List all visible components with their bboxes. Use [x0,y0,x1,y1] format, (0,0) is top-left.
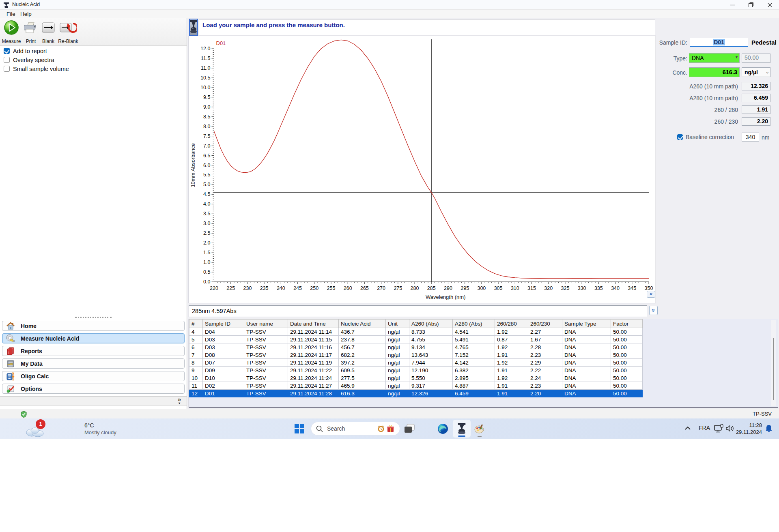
checkbox-icon[interactable] [4,57,10,63]
results-table[interactable]: #Sample IDUser nameDate and TimeNucleic … [189,319,643,397]
table-cell: D08 [203,351,244,359]
column-header[interactable]: 260/280 [495,320,528,328]
measure-button[interactable]: Measure [2,19,21,45]
table-cell: DNA [562,343,611,351]
cursor-readout: 285nm 4.597Abs [189,305,647,317]
baseline-unit-label: nm [762,134,774,141]
table-row[interactable]: 9D09TP-SSV29.11.2024 11:22609.5ng/µl12.1… [189,367,643,374]
toolbar: Measure Print Blank Re-Blank [0,18,187,46]
checkbox-add-to-report[interactable]: Add to report [4,47,47,54]
language-indicator[interactable]: FRA [699,425,710,431]
table-row[interactable]: 12D01TP-SSV29.11.2024 11:28616.3ng/µl12.… [189,390,643,397]
table-row[interactable]: 6D03TP-SSV29.11.2024 11:16456.7ng/µl9.13… [189,343,643,351]
sidebar-more-button[interactable]: »▾ [178,397,181,405]
restore-button[interactable] [742,0,760,10]
pane-splitter-handle[interactable] [75,317,112,318]
column-header[interactable]: Date and Time [288,320,339,328]
instruction-message: Load your sample and press the measure b… [199,19,655,35]
column-header[interactable]: A280 (Abs) [453,320,495,328]
table-row[interactable]: 8D07TP-SSV29.11.2024 11:19397.2ng/µl7.94… [189,359,643,367]
print-button[interactable]: Print [23,19,39,45]
checkbox-icon[interactable] [4,48,10,54]
table-cell: 436.7 [339,328,386,336]
svg-text:345: 345 [628,285,636,291]
scrollbar-thumb[interactable] [773,338,774,400]
column-header[interactable]: User name [244,320,288,328]
svg-text:265: 265 [360,285,369,291]
table-row[interactable]: 5D03TP-SSV29.11.2024 11:15237.8ng/µl4.75… [189,336,643,343]
sidebar-item-home[interactable]: Home [2,321,185,331]
table-cell: D07 [203,359,244,367]
column-header[interactable]: Factor [611,320,643,328]
nucleic-acid-app-taskbar-icon[interactable] [453,420,471,438]
sidebar-item-my-data[interactable]: My Data [2,358,185,369]
table-cell: DNA [562,374,611,382]
table-cell: 2.27 [528,328,562,336]
table-cell: 5 [189,336,203,343]
column-header[interactable]: Sample ID [203,320,244,328]
readout-expand-button[interactable]: » [649,306,658,315]
table-row[interactable]: 10D10TP-SSV29.11.2024 11:24277.5ng/µl5.5… [189,374,643,382]
weather-widget[interactable]: 1 6°C Mostly cloudy [23,418,120,439]
spectrum-chart[interactable]: 0.00.51.01.52.02.53.03.54.04.55.05.56.06… [189,36,656,305]
search-placeholder: Search [327,425,377,432]
checkbox-icon[interactable] [4,66,10,72]
sidebar-item-oligo-calc[interactable]: Oligo Calc [2,371,185,381]
table-cell: 1.91 [495,390,528,397]
table-cell: ng/µl [386,336,409,343]
paint-app-icon[interactable] [474,423,485,434]
network-icon[interactable] [714,424,724,433]
svg-text:295: 295 [461,285,469,291]
column-header[interactable]: Unit [386,320,409,328]
menu-file[interactable]: File [4,11,18,17]
column-header[interactable]: A260 (Abs) [409,320,453,328]
svg-text:230: 230 [243,285,252,291]
table-row[interactable]: 7D08TP-SSV29.11.2024 11:17682.2ng/µl13.6… [189,351,643,359]
baseline-wavelength-input[interactable]: 340 [742,133,759,142]
instrument-message-icon [189,19,198,36]
svg-text:5.0: 5.0 [203,182,210,187]
tray-chevron-up-icon[interactable] [685,426,691,430]
minimize-button[interactable] [723,0,742,10]
sidebar-item-measure-nucleic-acid[interactable]: Measure Nucleic Acid [2,333,185,343]
baseline-correction-checkbox[interactable]: Baseline correction [677,133,734,140]
notification-bell-icon[interactable] [765,425,773,433]
column-header[interactable]: Nucleic Acid [339,320,386,328]
table-cell: DNA [562,336,611,343]
reblank-button[interactable]: Re-Blank [58,19,79,45]
close-button[interactable] [760,0,779,10]
chevron-down-icon: ⌄ [766,69,769,75]
menu-help[interactable]: Help [18,11,34,17]
baseline-correction-label: Baseline correction [686,134,734,140]
column-header[interactable]: # [189,320,203,328]
table-cell: TP-SSV [244,343,288,351]
checkbox-small-sample-volume[interactable]: Small sample volume [4,65,69,72]
sidebar-item-options[interactable]: Options [2,384,185,394]
search-box[interactable]: Search [311,422,400,435]
sidebar-item-reports[interactable]: Reports [2,346,185,356]
table-row[interactable]: 11D02TP-SSV29.11.2024 11:27465.9ng/µl9.3… [189,382,643,390]
svg-text:9.0: 9.0 [203,104,210,110]
column-header[interactable]: 260/230 [528,320,562,328]
checkbox-icon[interactable] [677,134,683,140]
blank-button[interactable]: Blank [41,19,56,45]
table-cell: 29.11.2024 11:24 [288,374,339,382]
svg-text:320: 320 [544,285,553,291]
column-header[interactable]: Sample Type [562,320,611,328]
edge-browser-icon[interactable] [437,423,448,434]
conc-unit-dropdown[interactable]: ng/µl⌄ [742,67,770,77]
svg-text:315: 315 [527,285,536,291]
checkbox-overlay-spectra[interactable]: Overlay spectra [4,56,54,63]
sample-id-input[interactable]: D01 [690,38,748,47]
table-cell: 29.11.2024 11:17 [288,351,339,359]
table-cell: 4.142 [453,359,495,367]
clock[interactable]: 11:28 29.11.2024 [733,422,762,435]
type-dropdown[interactable]: DNA▼ [689,53,740,63]
table-row[interactable]: 4D04TP-SSV29.11.2024 11:14436.7ng/µl8.73… [189,328,643,336]
chart-collapse-button[interactable]: « [647,291,655,298]
start-button[interactable] [295,424,304,433]
task-view-icon[interactable] [404,424,415,433]
svg-text:0.5: 0.5 [203,269,210,275]
main-content: Load your sample and press the measure b… [187,18,779,409]
table-scrollbar[interactable] [771,320,776,406]
